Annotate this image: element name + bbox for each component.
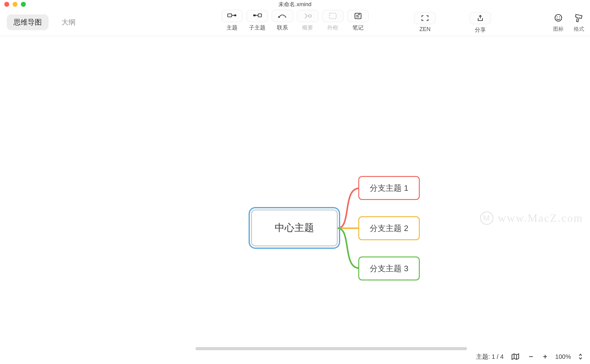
tab-mindmap[interactable]: 思维导图 [7,14,49,30]
minus-icon [528,354,534,359]
summary-label: 概要 [302,24,313,31]
toolbar-center: 主题 子主题 联系 概要 外框 [221,10,369,31]
plus-icon [542,354,548,359]
topic-button[interactable] [221,10,243,22]
relationship-icon [278,13,287,19]
summary-button[interactable] [297,10,318,22]
topic-icon [227,13,237,19]
svg-point-11 [559,16,560,17]
svg-rect-0 [228,14,232,17]
canvas[interactable]: 中心主题 分支主题 1 分支主题 2 分支主题 3 M www.MacZ.com [0,36,590,352]
notes-label: 笔记 [352,24,364,31]
share-button[interactable] [470,12,491,24]
subtopic-button[interactable] [246,10,268,22]
relationship-label: 联系 [277,24,288,31]
svg-rect-2 [253,14,256,16]
map-view-button[interactable] [510,352,521,362]
watermark: M www.MacZ.com [480,211,583,225]
icons-panel-button[interactable] [553,12,564,24]
watermark-logo-icon: M [480,211,494,225]
right-panel-icons: 图标 格式 [553,12,584,33]
zoom-level: 100% [555,353,571,360]
fullscreen-window-button[interactable] [21,2,26,7]
window-title: 未命名.xmind [278,1,311,8]
svg-rect-3 [258,14,262,17]
format-icon [575,13,583,22]
topic-label: 主题 [226,24,238,31]
topic-count-label: 主题: 1 / 4 [476,353,504,361]
central-topic[interactable]: 中心主题 [251,209,338,246]
stepper-icon [578,353,583,360]
relationship-button[interactable] [272,10,293,22]
frame-button[interactable] [322,10,344,22]
format-panel-button[interactable] [573,12,584,24]
svg-point-10 [557,16,558,17]
svg-point-9 [555,14,562,21]
close-window-button[interactable] [4,2,9,7]
scroll-thumb[interactable] [195,347,467,350]
icons-panel-label: 图标 [553,25,564,33]
svg-rect-4 [309,15,311,17]
subtopic-icon [253,13,262,19]
notes-button[interactable] [347,10,369,22]
view-tabs: 思维导图 大纲 [7,14,82,30]
tab-outline[interactable]: 大纲 [55,14,82,30]
zen-label: ZEN [419,26,431,33]
horizontal-scrollbar[interactable] [0,347,590,351]
smile-icon [554,13,563,22]
share-label: 分享 [475,26,486,33]
share-icon [477,14,484,22]
format-panel-label: 格式 [574,25,584,33]
window-controls [4,2,26,7]
notes-icon [354,12,362,20]
svg-rect-6 [355,13,361,19]
zen-icon [421,15,429,22]
titlebar: 未命名.xmind [0,0,590,9]
svg-rect-1 [234,14,236,16]
summary-icon [303,13,312,19]
frame-label: 外框 [327,24,338,31]
branch-topic-3[interactable]: 分支主题 3 [358,256,420,280]
branch-topic-1[interactable]: 分支主题 1 [358,176,420,200]
zoom-in-button[interactable] [541,353,549,361]
svg-rect-5 [329,13,336,19]
frame-icon [329,13,337,19]
statusbar: 主题: 1 / 4 100% [476,352,584,362]
map-icon [511,353,520,360]
watermark-text: www.MacZ.com [498,212,583,225]
branch-topic-2[interactable]: 分支主题 2 [358,216,420,240]
zen-button[interactable] [414,12,436,24]
zoom-stepper[interactable] [577,352,584,361]
zoom-out-button[interactable] [527,353,535,361]
toolbar: 思维导图 大纲 主题 子主题 联系 概要 [0,9,590,36]
minimize-window-button[interactable] [13,2,18,7]
subtopic-label: 子主题 [249,24,266,31]
